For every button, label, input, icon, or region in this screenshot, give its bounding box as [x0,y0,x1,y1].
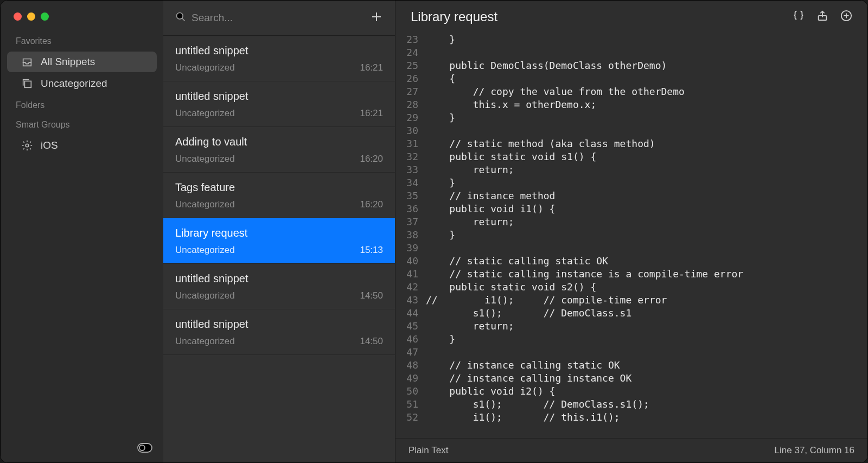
code-text[interactable]: // static method (aka class method) [426,137,655,150]
code-line[interactable]: 37 return; [395,215,867,229]
line-number: 34 [395,176,426,189]
snippet-item[interactable]: untitled snippetUncategorized16:21 [163,81,395,127]
editor-title: Library request [411,9,793,24]
code-text[interactable]: // instance method [426,189,555,202]
code-text[interactable]: // static calling static OK [426,255,608,268]
snippet-time: 14:50 [360,290,383,301]
snippet-item[interactable]: untitled snippetUncategorized14:50 [163,309,395,355]
code-line[interactable]: 35 // instance method [395,189,867,202]
code-line[interactable]: 31 // static method (aka class method) [395,137,867,150]
code-line[interactable]: 52 i1(); // this.i1(); [395,411,867,424]
code-line[interactable]: 47 [395,346,867,359]
svg-point-4 [177,13,183,20]
sidebar-item-ios[interactable]: iOS [7,135,157,156]
settings-toggle-icon[interactable] [137,443,152,455]
code-line[interactable]: 39 [395,242,867,255]
snippet-title: untitled snippet [175,272,383,285]
code-text[interactable]: return; [426,215,514,229]
code-text[interactable]: // instance calling instance OK [426,372,631,385]
gear-icon [21,139,33,151]
sidebar-item-uncategorized[interactable]: Uncategorized [7,73,157,94]
code-line[interactable]: 44 s1(); // DemoClass.s1 [395,307,867,320]
code-line[interactable]: 36 public void i1() { [395,202,867,215]
code-line[interactable]: 25 public DemoClass(DemoClass otherDemo) [395,59,867,72]
code-line[interactable]: 49 // instance calling instance OK [395,372,867,385]
code-line[interactable]: 40 // static calling static OK [395,255,867,268]
code-line[interactable]: 34 } [395,176,867,189]
snippet-item[interactable]: Library requestUncategorized15:13 [163,218,395,264]
code-line[interactable]: 46 } [395,333,867,346]
code-line[interactable]: 33 return; [395,163,867,176]
code-line[interactable]: 51 s1(); // DemoClass.s1(); [395,398,867,411]
code-line[interactable]: 32 public static void s1() { [395,150,867,163]
braces-icon[interactable] [793,10,805,24]
code-line[interactable]: 45 return; [395,320,867,333]
svg-point-3 [139,445,145,451]
line-number: 41 [395,268,426,281]
code-text[interactable]: // instance calling static OK [426,359,620,372]
code-text[interactable]: s1(); // DemoClass.s1(); [426,398,649,411]
code-line[interactable]: 41 // static calling instance is a compi… [395,268,867,281]
search-field[interactable] [175,11,363,24]
line-number: 38 [395,229,426,242]
code-text[interactable]: } [426,111,455,124]
code-text[interactable]: } [426,176,455,189]
language-indicator[interactable]: Plain Text [409,445,448,456]
code-line[interactable]: 28 this.x = otherDemo.x; [395,98,867,111]
code-text[interactable]: // static calling instance is a compile-… [426,268,743,281]
code-line[interactable]: 30 [395,124,867,137]
code-line[interactable]: 29 } [395,111,867,124]
code-line[interactable]: 24 [395,46,867,59]
share-icon[interactable] [816,10,828,24]
minimize-window-button[interactable] [27,12,35,21]
snippet-item[interactable]: untitled snippetUncategorized16:21 [163,36,395,81]
code-text[interactable]: return; [426,320,514,333]
code-text[interactable]: } [426,333,455,346]
code-text[interactable]: } [426,229,455,242]
code-line[interactable]: 23 } [395,33,867,46]
code-text[interactable]: s1(); // DemoClass.s1 [426,307,631,320]
code-line[interactable]: 43// i1(); // compile-time error [395,294,867,307]
code-line[interactable]: 26 { [395,72,867,85]
svg-line-5 [182,18,185,21]
line-number: 26 [395,72,426,85]
snippet-item[interactable]: Adding to vaultUncategorized16:20 [163,127,395,173]
code-line[interactable]: 50 public void i2() { [395,385,867,398]
line-number: 44 [395,307,426,320]
code-text[interactable]: public void i2() { [426,385,555,398]
code-text[interactable]: return; [426,163,514,176]
snippet-title: untitled snippet [175,318,383,331]
snippet-item[interactable]: Tags featureUncategorized16:20 [163,173,395,218]
add-snippet-button[interactable] [370,10,383,26]
line-number: 52 [395,411,426,424]
snippet-item[interactable]: untitled snippetUncategorized14:50 [163,264,395,309]
plus-circle-icon[interactable] [840,10,852,24]
close-window-button[interactable] [14,12,22,21]
search-input[interactable] [192,12,363,24]
code-text[interactable]: public static void s1() { [426,150,596,163]
code-text[interactable]: } [426,33,455,46]
snippet-category: Uncategorized [175,245,235,256]
code-text[interactable]: this.x = otherDemo.x; [426,98,596,111]
code-text[interactable]: public DemoClass(DemoClass otherDemo) [426,59,667,72]
line-number: 43 [395,294,426,307]
code-text[interactable]: i1(); // this.i1(); [426,411,620,424]
fullscreen-window-button[interactable] [41,12,49,21]
code-text[interactable]: { [426,72,455,85]
tray-icon [21,56,33,68]
code-line[interactable]: 27 // copy the value from the otherDemo [395,85,867,98]
code-line[interactable]: 42 public static void s2() { [395,281,867,294]
code-line[interactable]: 48 // instance calling static OK [395,359,867,372]
snippet-category: Uncategorized [175,290,235,301]
code-text[interactable]: // copy the value from the otherDemo [426,85,685,98]
line-number: 50 [395,385,426,398]
code-editor[interactable]: 23 }2425 public DemoClass(DemoClass othe… [395,33,867,438]
code-text[interactable]: // i1(); // compile-time error [426,294,667,307]
code-text[interactable]: public static void s2() { [426,281,596,294]
code-line[interactable]: 38 } [395,229,867,242]
snippet-list-column: untitled snippetUncategorized16:21untitl… [163,1,395,462]
snippet-category: Uncategorized [175,199,235,210]
code-text[interactable]: public void i1() { [426,202,555,215]
snippet-title: Adding to vault [175,136,383,148]
sidebar-item-all-snippets[interactable]: All Snippets [7,52,157,72]
